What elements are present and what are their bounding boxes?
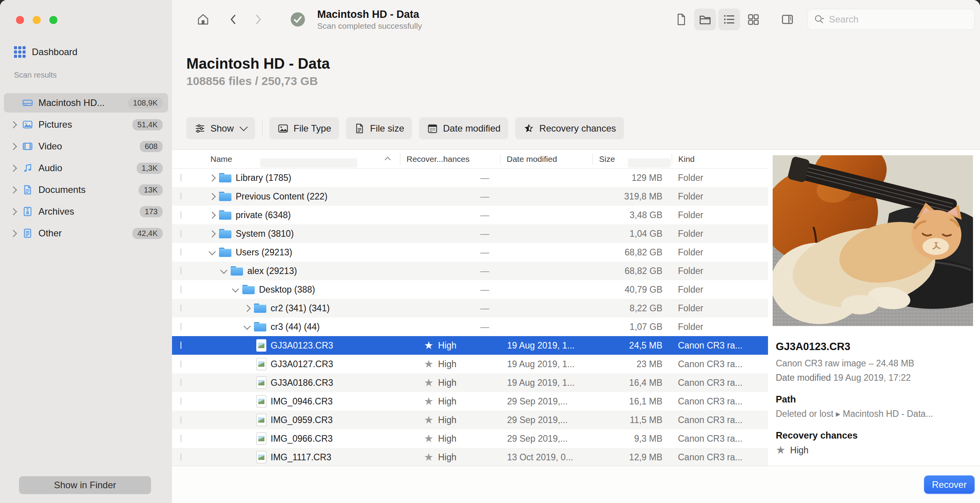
disclosure-icon[interactable]	[232, 285, 239, 292]
table-row[interactable]: GJ3A0127.CR3 ★ High 19 Aug 2019, 1... 23…	[172, 355, 768, 373]
row-checkbox[interactable]	[181, 174, 181, 181]
disclosure-icon[interactable]	[209, 193, 215, 200]
minimize-window-button[interactable]	[33, 16, 41, 24]
archives-icon	[22, 206, 33, 217]
file-type-filter-button[interactable]: File Type	[269, 117, 339, 139]
sidebar-item-archives[interactable]: Archives 173	[4, 202, 168, 221]
cell-kind: Canon CR3 ra...	[672, 452, 768, 463]
sidebar-item-dashboard[interactable]: Dashboard	[14, 43, 166, 61]
toolbar-right	[670, 9, 975, 30]
sidebar-item-audio[interactable]: Audio 1,3K	[4, 158, 168, 178]
table-row[interactable]: Library (1785) — 129 MB Folder	[172, 168, 768, 187]
preview-recovery-label: Recovery chances	[776, 430, 974, 441]
row-checkbox[interactable]	[181, 304, 181, 312]
preview-panel-toggle-button[interactable]	[777, 9, 798, 30]
row-checkbox[interactable]	[181, 323, 181, 330]
date-modified-filter-button[interactable]: Date modified	[419, 117, 508, 139]
disclosure-icon[interactable]	[209, 174, 215, 181]
zoom-window-button[interactable]	[49, 16, 57, 24]
toolbar-title: Macintosh HD - Data	[317, 8, 422, 21]
grid-view-button[interactable]	[742, 9, 764, 30]
other-icon	[22, 227, 33, 239]
row-checkbox[interactable]	[181, 360, 181, 368]
folder-view-button[interactable]	[694, 9, 716, 30]
cell-name: cr2 (341) (341)	[202, 303, 400, 314]
table-row[interactable]: cr3 (44) (44) — 1,07 GB Folder	[172, 317, 768, 336]
table-row[interactable]: Users (29213) — 68,82 GB Folder	[172, 243, 768, 262]
row-checkbox[interactable]	[181, 453, 181, 461]
disclosure-icon[interactable]	[10, 230, 17, 237]
sidebar: Dashboard Scan results Macintosh HD... 1…	[0, 0, 172, 503]
disclosure-icon[interactable]	[209, 248, 215, 255]
disclosure-icon[interactable]	[10, 165, 17, 172]
table-row[interactable]: Desktop (388) — 40,79 GB Folder	[172, 280, 768, 299]
sidebar-item-video[interactable]: Video 608	[4, 137, 168, 156]
back-button[interactable]	[222, 9, 244, 30]
row-checkbox[interactable]	[181, 286, 181, 293]
row-checkbox[interactable]	[181, 416, 181, 423]
row-checkbox[interactable]	[181, 193, 181, 200]
table-row[interactable]: IMG_1117.CR3 ★ High 13 Oct 2019, 0... 12…	[172, 448, 768, 466]
table-row[interactable]: IMG_0959.CR3 ★ High 29 Sep 2019,... 11,5…	[172, 411, 768, 429]
table-row[interactable]: cr2 (341) (341) — 8,22 GB Folder	[172, 299, 768, 317]
ghost-mark	[628, 158, 671, 168]
row-checkbox[interactable]	[181, 248, 181, 256]
row-checkbox[interactable]	[181, 342, 181, 349]
sidebar-item-macintosh-hd[interactable]: Macintosh HD... 108,9K	[4, 93, 168, 113]
home-button[interactable]	[192, 9, 214, 30]
chevron-down-icon	[240, 123, 248, 131]
list-view-button[interactable]	[718, 9, 740, 30]
disclosure-icon[interactable]	[243, 323, 250, 330]
row-name: Users (29213)	[236, 247, 292, 258]
recovery-chances-filter-button[interactable]: Recovery chances	[515, 117, 624, 139]
sidebar-item-badge: 51,4K	[132, 119, 163, 130]
page-stats: 108856 files / 250,73 GB	[186, 73, 330, 89]
column-header-date[interactable]: Date modified	[500, 154, 593, 165]
table-row[interactable]: private (6348) — 3,48 GB Folder	[172, 206, 768, 224]
row-checkbox[interactable]	[181, 230, 181, 237]
column-header-size[interactable]: Size	[593, 154, 672, 165]
disclosure-icon[interactable]	[10, 186, 17, 193]
column-header-kind[interactable]: Kind	[672, 154, 768, 165]
column-header-name[interactable]: Name	[202, 154, 400, 165]
sidebar-item-documents[interactable]: Documents 13K	[4, 180, 168, 199]
recover-button[interactable]: Recover	[924, 475, 975, 494]
table-row[interactable]: IMG_0966.CR3 ★ High 29 Sep 2019,... 9,3 …	[172, 429, 768, 448]
sidebar-item-label: Video	[38, 141, 135, 152]
row-checkbox[interactable]	[181, 435, 181, 442]
disclosure-icon[interactable]	[10, 208, 17, 215]
chevron-right-icon	[251, 12, 265, 26]
table-row[interactable]: System (3810) — 1,04 GB Folder	[172, 224, 768, 243]
column-header-recovery[interactable]: Recover...hances	[400, 154, 500, 165]
row-checkbox[interactable]	[181, 267, 181, 274]
close-window-button[interactable]	[16, 16, 24, 24]
disclosure-icon[interactable]	[243, 305, 250, 312]
sidebar-item-pictures[interactable]: Pictures 51,4K	[4, 115, 168, 134]
sidebar-item-other[interactable]: Other 42,4K	[4, 224, 168, 243]
table-row[interactable]: IMG_0946.CR3 ★ High 29 Sep 2019,... 16,1…	[172, 392, 768, 411]
table-row[interactable]: GJ3A0186.CR3 ★ High 19 Aug 2019, 1... 16…	[172, 373, 768, 392]
ghost-mark	[260, 158, 357, 168]
file-view-button[interactable]	[670, 9, 692, 30]
filter-bar: Show File Type File size Date modified R…	[186, 117, 624, 139]
search-field[interactable]	[808, 9, 975, 30]
search-input[interactable]	[828, 14, 969, 25]
forward-button[interactable]	[247, 9, 269, 30]
row-checkbox[interactable]	[181, 397, 181, 405]
star-icon: ★	[424, 378, 433, 388]
table-row[interactable]: Previous Content (222) — 319,8 MB Folder	[172, 187, 768, 206]
disclosure-icon[interactable]	[209, 230, 215, 237]
row-checkbox[interactable]	[181, 211, 181, 219]
recovery-dash: —	[480, 303, 489, 314]
show-in-finder-button[interactable]: Show in Finder	[19, 476, 151, 494]
table-row[interactable]: alex (29213) — 68,82 GB Folder	[172, 262, 768, 280]
table-row[interactable]: GJ3A0123.CR3 ★ High 19 Aug 2019, 1... 24…	[172, 336, 768, 355]
file-size-filter-button[interactable]: File size	[346, 117, 412, 139]
disclosure-icon[interactable]	[220, 267, 227, 274]
disclosure-icon[interactable]	[209, 212, 215, 219]
row-checkbox[interactable]	[181, 379, 181, 386]
show-dropdown-button[interactable]: Show	[186, 117, 255, 139]
recovery-dash: —	[480, 173, 489, 183]
disclosure-icon[interactable]	[10, 143, 17, 150]
disclosure-icon[interactable]	[10, 121, 17, 128]
